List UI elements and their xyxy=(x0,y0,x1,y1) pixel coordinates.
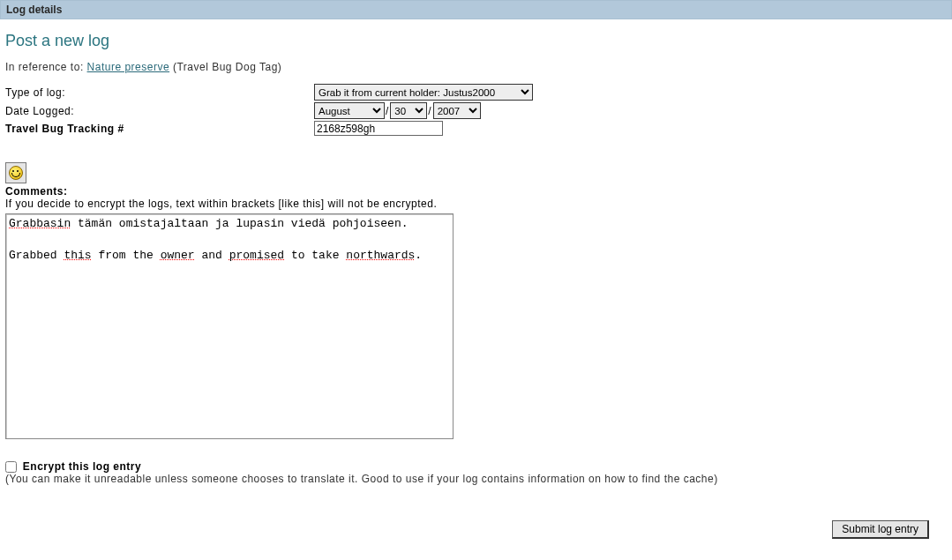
tracking-label: Travel Bug Tracking # xyxy=(5,123,314,135)
misspell-word: Grabbasin xyxy=(9,217,71,230)
slash-1: / xyxy=(386,105,388,117)
misspell-word: promised xyxy=(229,249,284,262)
encrypt-row: Encrypt this log entry xyxy=(5,460,947,473)
log-type-select[interactable]: Grab it from current holder: Justus2000 xyxy=(314,84,533,101)
year-select[interactable]: 2007 xyxy=(433,102,481,119)
reference-link[interactable]: Nature preserve xyxy=(87,61,170,73)
content: Post a new log In reference to: Nature p… xyxy=(0,19,952,542)
reference-line: In reference to: Nature preserve (Travel… xyxy=(5,61,947,73)
reference-prefix: In reference to: xyxy=(5,61,87,73)
emoticon-button[interactable] xyxy=(5,162,26,183)
row-tracking: Travel Bug Tracking # xyxy=(5,121,947,136)
comments-label: Comments: xyxy=(5,185,947,198)
misspell-word: northwards xyxy=(346,249,415,262)
submit-row: Submit log entry xyxy=(5,520,947,539)
type-label: Type of log: xyxy=(5,86,314,99)
date-controls: August / 30 / 2007 xyxy=(314,102,481,119)
slash-2: / xyxy=(428,105,431,117)
misspell-word: owner xyxy=(161,249,195,262)
encrypt-checkbox[interactable] xyxy=(5,461,17,473)
row-date: Date Logged: August / 30 / 2007 xyxy=(5,102,947,119)
comments-textarea[interactable]: Grabbasin tämän omistajaltaan ja lupasin… xyxy=(5,213,454,439)
month-select[interactable]: August xyxy=(314,102,385,119)
day-select[interactable]: 30 xyxy=(390,102,427,119)
header-bar: Log details xyxy=(0,0,952,19)
smiley-icon xyxy=(9,166,23,180)
reference-suffix: (Travel Bug Dog Tag) xyxy=(173,61,281,73)
header-title: Log details xyxy=(6,4,62,16)
tracking-input[interactable] xyxy=(314,121,443,136)
submit-button[interactable]: Submit log entry xyxy=(832,520,929,539)
encrypt-hint: If you decide to encrypt the logs, text … xyxy=(5,198,947,210)
date-label: Date Logged: xyxy=(5,105,314,117)
encrypt-description: (You can make it unreadable unless someo… xyxy=(5,473,947,485)
misspell-word: this xyxy=(64,249,91,262)
row-type: Type of log: Grab it from current holder… xyxy=(5,84,947,101)
encrypt-checkbox-label[interactable]: Encrypt this log entry xyxy=(23,460,141,473)
page-title: Post a new log xyxy=(5,32,947,50)
